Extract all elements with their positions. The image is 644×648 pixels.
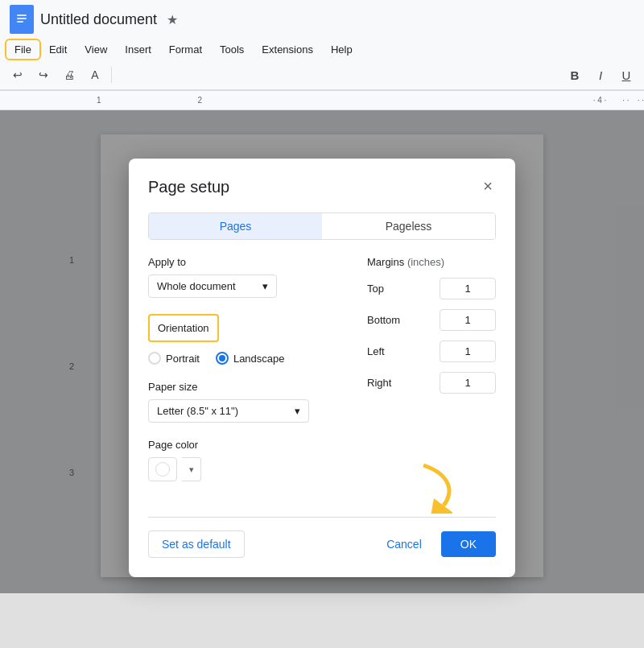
ok-button[interactable]: OK: [441, 531, 496, 557]
margin-row-top: Top: [367, 278, 496, 299]
menu-item-format[interactable]: Format: [161, 40, 210, 59]
portrait-label: Portrait: [166, 353, 200, 365]
page-color-label: Page color: [148, 439, 348, 451]
paper-size-value: Letter (8.5" x 11"): [157, 405, 238, 417]
menu-item-extensions[interactable]: Extensions: [254, 40, 321, 59]
color-swatch[interactable]: [148, 457, 177, 481]
paper-size-label: Paper size: [148, 381, 348, 393]
tab-pages[interactable]: Pages: [149, 213, 322, 239]
app-bar: Untitled document ★ File Edit View Inser…: [0, 0, 644, 91]
orientation-radio-row: Portrait Landscape: [148, 352, 348, 365]
set-as-default-button[interactable]: Set as default: [148, 530, 245, 558]
portrait-radio-circle[interactable]: [148, 352, 161, 365]
dialog-actions: Set as default Cancel: [148, 517, 496, 558]
italic-button[interactable]: I: [589, 64, 612, 86]
margin-top-label: Top: [367, 283, 399, 295]
doc-icon: [10, 5, 34, 34]
star-icon[interactable]: ★: [167, 12, 178, 27]
page-setup-dialog: Page setup × Pages Pageless Apply to Who…: [129, 159, 515, 577]
dialog-content: Apply to Whole document ▾ Orientation Po…: [148, 256, 496, 497]
margin-left-input[interactable]: [440, 341, 496, 362]
apply-to-value: Whole document: [157, 280, 236, 292]
cancel-button[interactable]: Cancel: [374, 531, 435, 557]
apply-to-arrow: ▾: [262, 280, 268, 292]
doc-area: 1 2 3 Page setup × Pages Pageless: [0, 110, 644, 593]
left-panel: Apply to Whole document ▾ Orientation Po…: [148, 256, 348, 497]
dialog-tabs: Pages Pageless: [148, 213, 496, 240]
bold-button[interactable]: B: [564, 64, 586, 86]
spellcheck-button[interactable]: A: [84, 64, 106, 86]
underline-button[interactable]: U: [615, 64, 638, 86]
menu-item-view[interactable]: View: [76, 40, 115, 59]
print-button[interactable]: 🖨: [58, 64, 80, 86]
dialog-close-button[interactable]: ×: [477, 175, 499, 197]
svg-rect-2: [17, 18, 27, 19]
menu-bar: File Edit View Insert Format Tools Exten…: [0, 39, 644, 60]
color-dropdown-arrow[interactable]: ▾: [182, 457, 201, 481]
margin-row-bottom: Bottom: [367, 309, 496, 331]
paper-size-arrow: ▾: [295, 405, 300, 417]
margins-label: Margins: [367, 256, 404, 268]
svg-rect-3: [17, 21, 23, 23]
landscape-label: Landscape: [233, 353, 285, 365]
page-color-row: ▾: [148, 457, 348, 481]
menu-item-help[interactable]: Help: [323, 40, 361, 59]
margins-title: Margins (inches): [367, 256, 496, 268]
ruler: 1 2 · 4 · · · · ·: [0, 91, 644, 110]
dialog-overlay: Page setup × Pages Pageless Apply to Who…: [0, 110, 644, 593]
landscape-radio-circle[interactable]: [216, 352, 229, 365]
paper-size-select[interactable]: Letter (8.5" x 11") ▾: [148, 399, 309, 423]
redo-button[interactable]: ↪: [32, 64, 55, 86]
margin-right-label: Right: [367, 377, 399, 389]
menu-item-file[interactable]: File: [6, 40, 39, 59]
undo-button[interactable]: ↩: [6, 64, 29, 86]
dialog-title: Page setup: [148, 178, 496, 196]
margin-bottom-input[interactable]: [440, 309, 496, 331]
doc-title: Untitled document: [40, 11, 157, 28]
margin-right-input[interactable]: [440, 372, 496, 394]
toolbar: ↩ ↪ 🖨 A B I U: [0, 60, 644, 90]
svg-rect-1: [17, 14, 27, 16]
color-circle: [155, 462, 170, 477]
title-bar: Untitled document ★: [0, 0, 644, 39]
menu-item-tools[interactable]: Tools: [212, 40, 252, 59]
landscape-radio[interactable]: Landscape: [216, 352, 285, 365]
apply-to-label: Apply to: [148, 256, 348, 268]
menu-item-edit[interactable]: Edit: [41, 40, 75, 59]
menu-item-insert[interactable]: Insert: [117, 40, 159, 59]
margin-bottom-label: Bottom: [367, 314, 399, 326]
apply-to-select[interactable]: Whole document ▾: [148, 274, 277, 298]
margin-row-right: Right: [367, 372, 496, 394]
margin-row-left: Left: [367, 341, 496, 362]
margin-top-input[interactable]: [440, 278, 496, 299]
dialog-right-buttons: Cancel OK: [374, 531, 496, 557]
orientation-label: Orientation: [148, 314, 219, 342]
toolbar-separator: [111, 67, 112, 83]
portrait-radio[interactable]: Portrait: [148, 352, 200, 365]
right-panel: Margins (inches) Top Bottom Left: [367, 256, 496, 497]
tab-pageless[interactable]: Pageless: [322, 213, 495, 239]
margin-left-label: Left: [367, 345, 399, 357]
margins-unit: (inches): [407, 256, 444, 268]
